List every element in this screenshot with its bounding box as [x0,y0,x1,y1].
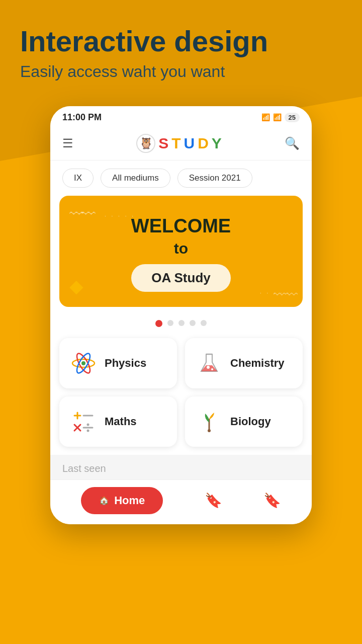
status-bar: 11:00 PM 📶 📶 25 [50,106,312,127]
banner-welcome-text: WELCOME [74,216,288,237]
dot-2[interactable] [167,320,173,326]
svg-point-16 [208,429,211,432]
app-logo: 🦉 STUDY [136,134,222,153]
last-seen-label: Last seen [62,463,106,474]
subject-grid: Physics Chemistry [50,330,312,455]
page-title: Interactive design [20,25,342,57]
subject-card-biology[interactable]: Biology [185,396,303,447]
svg-point-14 [87,429,89,432]
banner-squiggle-tl: 〰〰 [69,206,94,222]
chemistry-icon [195,349,223,377]
filter-chip-class[interactable]: IX [62,169,94,188]
dot-3[interactable] [178,320,185,326]
subject-card-maths[interactable]: Maths [59,396,177,447]
search-icon[interactable]: 🔍 [285,136,300,150]
maths-label: Maths [105,415,137,428]
physics-icon [69,349,98,377]
dot-4[interactable] [190,320,196,326]
banner-area: 〰〰 · · · · · WELCOME to OA Study ◆ · · ·… [50,196,312,315]
bookmark-icon[interactable]: 🔖 [205,492,222,509]
status-time: 11:00 PM [62,112,102,123]
battery-indicator: 25 [285,113,300,122]
svg-point-5 [211,368,213,370]
subject-card-physics[interactable]: Physics [59,338,177,388]
filter-row: IX All mediums Session 2021 [50,160,312,196]
subject-card-chemistry[interactable]: Chemistry [185,338,303,388]
app-header: ☰ 🦉 STUDY 🔍 [50,127,312,160]
filter-chip-medium[interactable]: All mediums [101,169,170,188]
signal-icon: 📶 [261,113,270,121]
banner-app-name: OA Study [131,264,230,292]
filter-chip-session[interactable]: Session 2021 [177,169,252,188]
svg-point-3 [81,361,85,365]
svg-point-4 [207,366,210,369]
maths-icon [69,408,98,436]
banner-to-text: to [74,240,288,257]
bottom-nav: 🏠 Home 🔖 🔖 [50,479,312,524]
home-button[interactable]: 🏠 Home [81,487,163,514]
menu-icon[interactable]: ☰ [62,136,73,150]
last-seen-section: Last seen [50,455,312,479]
banner-diamond: ◆ [69,276,83,297]
phone-frame: 11:00 PM 📶 📶 25 ☰ 🦉 STUDY 🔍 IX All mediu… [50,106,312,524]
chemistry-label: Chemistry [230,357,285,370]
save-icon[interactable]: 🔖 [263,492,281,509]
home-label: Home [114,494,145,507]
dot-indicator [50,315,312,330]
biology-label: Biology [230,415,271,428]
page-subtitle: Easily access waht you want [20,62,342,81]
dot-5[interactable] [201,320,207,326]
svg-point-13 [87,423,89,426]
status-icons: 📶 📶 25 [261,113,300,122]
wifi-icon: 📶 [273,113,282,121]
banner-dots-tl: · · · · · [105,213,135,219]
dot-1[interactable] [155,320,162,327]
logo-owl-icon: 🦉 [136,134,155,153]
biology-icon [195,408,223,436]
welcome-banner: 〰〰 · · · · · WELCOME to OA Study ◆ · · ·… [59,196,303,307]
banner-squiggle-br: 〰〰 [274,288,298,302]
physics-label: Physics [105,357,146,370]
home-icon: 🏠 [99,496,109,505]
